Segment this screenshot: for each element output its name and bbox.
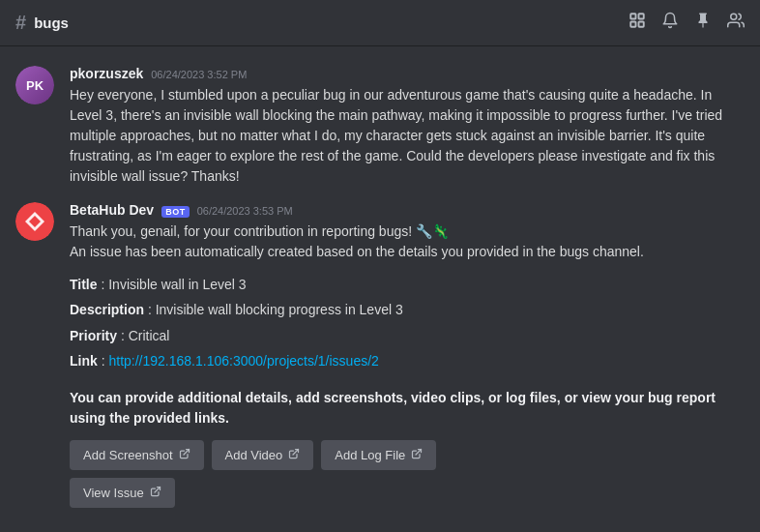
svg-rect-1	[639, 14, 644, 18]
description-value: : Invisible wall blocking progress in Le…	[148, 302, 403, 317]
svg-line-10	[155, 487, 161, 492]
bot-message-row: BetaHub Dev BOT 06/24/2023 3:53 PM Thank…	[0, 198, 760, 512]
messages-container: PK pkorzuszek 06/24/2023 3:52 PM Hey eve…	[0, 46, 760, 532]
add-screenshot-label: Add Screenshot	[83, 448, 173, 462]
issue-info-block: Title : Invisible wall in Level 3 Descri…	[70, 274, 745, 372]
svg-rect-3	[639, 22, 644, 27]
bot-message-header: BetaHub Dev BOT 06/24/2023 3:53 PM	[70, 202, 745, 218]
user-avatar: PK	[15, 66, 54, 104]
bot-avatar-img	[15, 202, 54, 241]
message-content: pkorzuszek 06/24/2023 3:52 PM Hey everyo…	[70, 66, 745, 187]
pin-icon[interactable]	[694, 12, 712, 34]
timestamp: 06/24/2023 3:52 PM	[151, 69, 247, 80]
priority-line: Priority : Critical	[70, 325, 745, 346]
bot-message-content: BetaHub Dev BOT 06/24/2023 3:53 PM Thank…	[70, 202, 745, 508]
add-log-external-icon	[411, 448, 423, 462]
message-row: PK pkorzuszek 06/24/2023 3:52 PM Hey eve…	[0, 62, 760, 191]
link-label: Link	[70, 353, 98, 369]
add-video-button[interactable]: Add Video	[212, 440, 314, 470]
view-issue-label: View Issue	[83, 486, 144, 500]
members-icon[interactable]	[727, 12, 745, 34]
avatar: PK	[15, 66, 54, 104]
svg-rect-0	[630, 14, 635, 18]
channel-name-group: # bugs	[15, 12, 69, 34]
search-icon[interactable]	[628, 12, 646, 34]
view-issue-external-icon	[150, 486, 161, 500]
add-video-label: Add Video	[225, 448, 283, 462]
add-screenshot-button[interactable]: Add Screenshot	[70, 440, 204, 470]
bot-avatar	[15, 202, 54, 241]
add-video-external-icon	[288, 448, 300, 462]
username: pkorzuszek	[70, 66, 143, 81]
add-log-file-button[interactable]: Add Log File	[321, 440, 436, 470]
message-text: Hey everyone, I stumbled upon a peculiar…	[70, 85, 745, 187]
bell-icon[interactable]	[661, 12, 679, 34]
title-line: Title : Invisible wall in Level 3	[70, 274, 745, 295]
bot-badge: BOT	[161, 206, 190, 218]
issue-link[interactable]: http://192.168.1.106:3000/projects/1/iss…	[108, 353, 378, 369]
bot-timestamp: 06/24/2023 3:53 PM	[197, 205, 293, 217]
add-screenshot-external-icon	[179, 448, 190, 462]
header-actions	[628, 12, 745, 34]
link-line: Link : http://192.168.1.106:3000/project…	[70, 350, 745, 371]
bot-username: BetaHub Dev	[70, 202, 154, 218]
cta-text: You can provide additional details, add …	[70, 388, 745, 429]
view-issue-button[interactable]: View Issue	[70, 478, 175, 508]
priority-label: Priority	[70, 328, 117, 343]
title-label: Title	[70, 277, 98, 292]
description-label: Description	[70, 302, 144, 317]
svg-line-8	[293, 449, 299, 455]
channel-name: bugs	[34, 15, 69, 31]
action-buttons-group: Add Screenshot Add Video	[70, 440, 745, 470]
svg-line-7	[184, 449, 190, 455]
bot-text-line1: Thank you, genail, for your contribution…	[70, 222, 745, 242]
title-value: : Invisible wall in Level 3	[101, 277, 246, 292]
add-log-file-label: Add Log File	[335, 448, 405, 462]
svg-rect-2	[630, 22, 635, 27]
svg-line-9	[416, 449, 422, 455]
channel-header: # bugs	[0, 0, 760, 46]
link-value: : http://192.168.1.106:3000/projects/1/i…	[102, 353, 379, 369]
priority-value: : Critical	[121, 328, 170, 343]
svg-point-4	[731, 14, 737, 19]
action-buttons-row2: View Issue	[70, 478, 745, 508]
description-line: Description : Invisible wall blocking pr…	[70, 299, 745, 320]
hash-icon: #	[15, 12, 26, 34]
message-header: pkorzuszek 06/24/2023 3:52 PM	[70, 66, 745, 81]
bot-text-line2: An issue has been automatically created …	[70, 242, 745, 262]
